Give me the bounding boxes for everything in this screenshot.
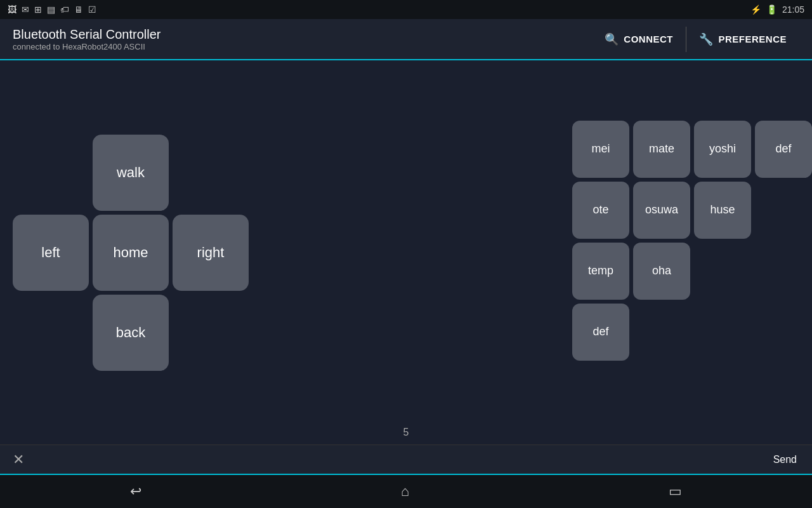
computer-icon: 🖥 — [74, 4, 83, 15]
mei-button[interactable]: mei — [572, 121, 629, 178]
nav-back-button[interactable]: ↩ — [105, 478, 167, 505]
home-button[interactable]: home — [93, 215, 169, 291]
email-icon: ✉ — [22, 4, 29, 15]
bluetooth-icon: ⚡ — [750, 4, 761, 15]
right-empty-r4c3 — [694, 304, 751, 361]
main-content: walk left home right back 5 mei mate yos… — [0, 60, 812, 444]
preference-button[interactable]: 🔧 PREFERENCE — [686, 27, 799, 51]
dpad-empty-bl — [13, 295, 89, 371]
def-button-2[interactable]: def — [572, 304, 629, 361]
input-bar: ✕ Send — [0, 444, 812, 475]
oha-button[interactable]: oha — [633, 243, 690, 300]
status-bar: 🖼 ✉ ⊞ ▤ 🏷 🖥 ☑ ⚡ 🔋 21:05 — [0, 0, 812, 19]
app-title: Bluetooth Serial Controller — [13, 27, 160, 42]
tag-icon: 🏷 — [60, 4, 69, 15]
send-button[interactable]: Send — [766, 451, 804, 468]
dpad-grid: walk left home right back — [13, 135, 249, 371]
yoshi-button[interactable]: yoshi — [694, 121, 751, 178]
gallery-icon: 🖼 — [8, 4, 16, 15]
temp-button[interactable]: temp — [572, 243, 629, 300]
right-empty-r3c3 — [694, 243, 751, 300]
def-button-1[interactable]: def — [755, 121, 812, 178]
search-icon: 🔍 — [605, 32, 619, 46]
huse-button[interactable]: huse — [694, 182, 751, 239]
dpad-empty-tr — [173, 135, 249, 211]
dpad-empty-tl — [13, 135, 89, 211]
left-button[interactable]: left — [13, 215, 89, 291]
connect-button[interactable]: 🔍 CONNECT — [592, 27, 686, 51]
wrench-icon: 🔧 — [699, 32, 714, 46]
battery-icon: 🔋 — [766, 4, 777, 15]
text-input[interactable] — [29, 454, 766, 465]
ote-button[interactable]: ote — [572, 182, 629, 239]
app-bar-actions: 🔍 CONNECT 🔧 PREFERENCE — [592, 27, 799, 52]
right-button[interactable]: right — [173, 215, 249, 291]
app-subtitle: connected to HexaRobot2400 ASCII — [13, 42, 160, 51]
right-empty-r4c2 — [633, 304, 690, 361]
mate-button[interactable]: mate — [633, 121, 690, 178]
app-title-group: Bluetooth Serial Controller connected to… — [13, 27, 160, 51]
clear-button[interactable]: ✕ — [8, 449, 29, 471]
status-bar-left: 🖼 ✉ ⊞ ▤ 🏷 🖥 ☑ — [8, 4, 96, 15]
right-btn-area: mei mate yoshi def ote osuwa huse temp o… — [572, 121, 812, 361]
dpad-empty-br — [173, 295, 249, 371]
osuwa-button[interactable]: osuwa — [633, 182, 690, 239]
center-number: 5 — [403, 427, 409, 438]
nav-bar: ↩ ⌂ ▭ — [0, 475, 812, 508]
grid-icon: ⊞ — [34, 4, 42, 15]
right-grid: mei mate yoshi def ote osuwa huse temp o… — [572, 121, 812, 361]
app-bar: Bluetooth Serial Controller connected to… — [0, 19, 812, 60]
list-icon: ▤ — [47, 4, 55, 15]
right-empty-r2c4 — [755, 182, 812, 239]
nav-home-button[interactable]: ⌂ — [376, 478, 435, 505]
walk-button[interactable]: walk — [93, 135, 169, 211]
back-button[interactable]: back — [93, 295, 169, 371]
check-icon: ☑ — [88, 4, 96, 15]
clock: 21:05 — [782, 4, 804, 15]
status-bar-right: ⚡ 🔋 21:05 — [750, 4, 804, 15]
right-empty-r3c4 — [755, 243, 812, 300]
dpad-area: walk left home right back — [13, 135, 249, 371]
nav-recent-button[interactable]: ▭ — [643, 478, 707, 505]
right-empty-r4c4 — [755, 304, 812, 361]
